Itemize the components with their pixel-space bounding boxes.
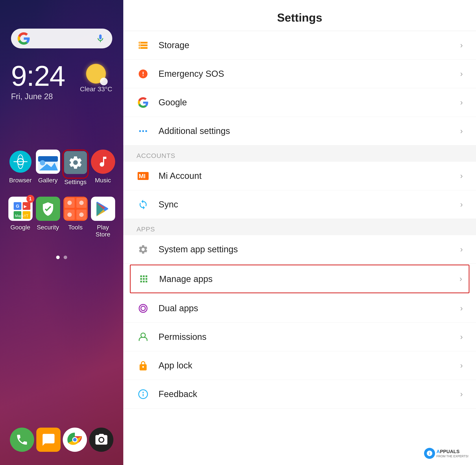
time-weather-section: 9:24 Fri, June 28 Clear 33°C	[0, 48, 123, 101]
settings-item-sync[interactable]: Sync ›	[123, 190, 476, 219]
page-dot-1	[56, 256, 60, 259]
mi-account-chevron: ›	[460, 171, 463, 180]
app-browser-label: Browser	[9, 177, 32, 184]
app-lock-icon	[136, 359, 150, 372]
app-lock-chevron: ›	[460, 361, 463, 370]
settings-dual-apps-label: Dual apps	[158, 303, 460, 313]
svg-point-7	[40, 160, 45, 165]
app-playstore-label: Play Store	[91, 224, 115, 238]
svg-text:MI: MI	[139, 173, 145, 180]
browser-icon	[10, 151, 32, 173]
app-music-label: Music	[95, 177, 111, 184]
app-playstore[interactable]: Play Store	[91, 197, 115, 238]
sync-icon	[136, 198, 150, 211]
app-gallery[interactable]: Gallery	[36, 149, 60, 186]
app-tools[interactable]: Tools	[63, 197, 88, 238]
weather-icon	[86, 64, 106, 84]
app-google-label: Google	[10, 224, 30, 231]
settings-list: Storage › Emergency SOS ›	[123, 31, 476, 465]
additional-chevron: ›	[460, 127, 463, 136]
mic-icon[interactable]	[95, 33, 106, 44]
settings-emergency-label: Emergency SOS	[158, 69, 460, 79]
settings-mi-account-label: Mi Account	[158, 171, 460, 181]
manage-apps-icon	[137, 272, 150, 285]
settings-app-lock-label: App lock	[158, 360, 460, 370]
svg-point-25	[79, 212, 84, 217]
settings-item-dual-apps[interactable]: Dual apps ›	[123, 294, 476, 323]
settings-item-app-lock[interactable]: App lock ›	[123, 351, 476, 380]
settings-item-feedback[interactable]: Feedback ›	[123, 380, 476, 409]
svg-text:Maps: Maps	[15, 214, 23, 218]
page-indicators	[56, 256, 67, 259]
dock-chrome[interactable]	[63, 428, 87, 452]
settings-header: Settings	[123, 0, 476, 31]
svg-point-30	[99, 438, 103, 442]
settings-item-manage-apps[interactable]: Manage apps ›	[130, 264, 469, 293]
settings-sync-label: Sync	[158, 200, 460, 209]
svg-text:YT: YT	[24, 214, 28, 218]
settings-item-storage[interactable]: Storage ›	[123, 31, 476, 60]
dock-phone[interactable]	[10, 428, 34, 452]
settings-item-google[interactable]: Google ›	[123, 88, 476, 117]
svg-point-22	[67, 201, 72, 205]
app-settings-label: Settings	[64, 179, 87, 186]
settings-item-permissions[interactable]: Permissions ›	[123, 323, 476, 351]
app-google[interactable]: 1 G ▶ Maps YT Google	[8, 197, 33, 238]
apps-section-header: APPS	[123, 219, 476, 235]
emergency-chevron: ›	[460, 69, 463, 79]
search-bar[interactable]	[11, 29, 112, 48]
storage-chevron: ›	[460, 41, 463, 50]
app-browser[interactable]: Browser	[8, 149, 33, 186]
svg-point-29	[73, 438, 77, 442]
emergency-icon	[136, 67, 150, 81]
feedback-icon	[136, 388, 150, 401]
settings-additional-label: Additional settings	[158, 126, 460, 136]
settings-google-label: Google	[158, 97, 460, 107]
google-badge: 1	[26, 195, 34, 203]
settings-item-mi-account[interactable]: MI Mi Account ›	[123, 162, 476, 190]
mi-account-icon: MI	[136, 169, 150, 183]
settings-item-system-app[interactable]: System app settings ›	[123, 235, 476, 264]
svg-point-37	[141, 306, 145, 311]
svg-text:▶: ▶	[24, 204, 27, 209]
svg-point-24	[67, 212, 72, 217]
dock-messages[interactable]	[36, 428, 61, 452]
app-security[interactable]: Security	[36, 197, 60, 238]
app-row-1: Browser Gallery	[7, 149, 117, 186]
google-chevron: ›	[460, 98, 463, 107]
svg-text:G: G	[16, 204, 19, 209]
bottom-dock	[0, 428, 123, 452]
app-settings[interactable]: Settings	[63, 149, 88, 186]
settings-item-emergency[interactable]: Emergency SOS ›	[123, 60, 476, 88]
system-app-chevron: ›	[460, 245, 463, 254]
dock-camera[interactable]	[89, 428, 113, 452]
page-dot-2	[64, 256, 67, 259]
date-display: Fri, June 28	[11, 92, 65, 101]
manage-apps-chevron: ›	[459, 274, 462, 284]
permissions-icon	[136, 330, 150, 344]
settings-item-additional[interactable]: Additional settings ›	[123, 117, 476, 145]
dual-apps-chevron: ›	[460, 304, 463, 313]
accounts-section-header: ACCOUNTS	[123, 145, 476, 162]
app-row-2: 1 G ▶ Maps YT Google	[7, 197, 117, 238]
settings-permissions-label: Permissions	[158, 332, 460, 342]
system-app-icon	[136, 243, 150, 256]
svg-rect-41	[143, 394, 144, 396]
svg-point-32	[142, 130, 144, 132]
permissions-chevron: ›	[460, 332, 463, 342]
svg-point-38	[141, 333, 145, 338]
weather-text: Clear 33°C	[80, 85, 112, 93]
settings-storage-label: Storage	[158, 40, 460, 50]
svg-point-31	[139, 130, 141, 132]
sync-chevron: ›	[460, 200, 463, 209]
app-music[interactable]: Music	[91, 149, 115, 186]
settings-manage-apps-label: Manage apps	[159, 274, 459, 284]
time-display: 9:24	[11, 62, 65, 90]
settings-panel: Settings Storage › Emergency SOS ›	[123, 0, 476, 465]
storage-icon	[136, 39, 150, 52]
svg-point-40	[143, 392, 144, 393]
settings-system-app-label: System app settings	[158, 244, 460, 254]
feedback-chevron: ›	[460, 390, 463, 399]
settings-feedback-label: Feedback	[158, 389, 460, 399]
weather-widget: Clear 33°C	[80, 64, 112, 93]
